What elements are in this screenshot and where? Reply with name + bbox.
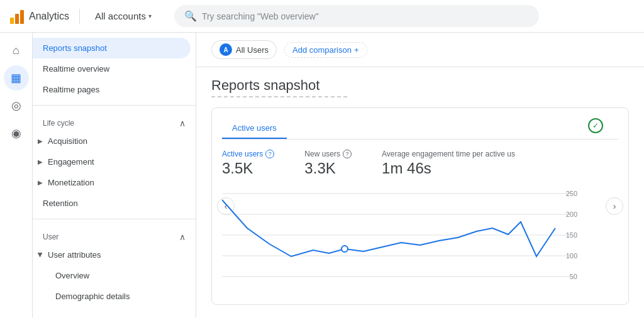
content-header: A All Users Add comparison + [196, 33, 644, 67]
all-users-label: All Users [236, 45, 269, 55]
chart-tab-active-users[interactable]: Active users [222, 118, 287, 139]
user-section-header: User ∧ [33, 224, 196, 244]
sidebar-item-retention[interactable]: Retention [33, 193, 196, 214]
sidebar: Reports snapshot Realtime overview Realt… [33, 33, 196, 318]
collapse-lifecycle-icon[interactable]: ∧ [179, 118, 186, 128]
info-icon: ? [265, 150, 274, 158]
sidebar-item-overview[interactable]: Overview [33, 265, 196, 286]
sidebar-item-engagement[interactable]: ▶ Engagement [33, 151, 196, 172]
info-icon-new: ? [343, 150, 352, 158]
sidebar-divider-2 [33, 219, 196, 219]
sidebar-item-acquisition[interactable]: ▶ Acquisition [33, 131, 196, 151]
metric-value-active: 3.5K [222, 160, 274, 177]
lifecycle-section-header: Life cycle ∧ [33, 111, 196, 131]
check-icon: ✓ [588, 118, 603, 133]
sidebar-item-label: Acquisition [48, 136, 87, 146]
avatar: A [219, 43, 232, 56]
add-comparison-button[interactable]: Add comparison + [284, 42, 367, 58]
app-title: Analytics [29, 11, 69, 22]
search-bar[interactable]: 🔍 Try searching "Web overview" [174, 5, 539, 27]
chart-tabs: Active users [222, 118, 618, 140]
dropdown-arrow-icon: ▾ [148, 13, 152, 19]
plus-icon: + [354, 45, 359, 55]
svg-text:250: 250 [566, 190, 577, 197]
icon-nav: ⌂ ▦ ◎ ◉ [0, 33, 33, 318]
sidebar-item-label: Realtime overview [43, 64, 109, 74]
metric-new-users[interactable]: New users ? 3.3K [304, 150, 352, 177]
header-divider [79, 9, 80, 24]
metric-label-active: Active users ? [222, 150, 274, 158]
chart-card: ‹ › ✓ Active users Active users ? 3.5K [211, 107, 629, 305]
sidebar-item-label: Demographic details [55, 292, 130, 301]
logo-bar-2 [15, 14, 19, 24]
logo-bar-3 [20, 10, 24, 24]
add-comparison-label: Add comparison [292, 45, 352, 55]
nav-explore[interactable]: ◎ [4, 93, 29, 118]
lifecycle-section-label: Life cycle [43, 119, 74, 128]
sidebar-item-label: User attributes [48, 250, 101, 260]
svg-point-5 [341, 246, 348, 252]
chart-container: 250 200 150 100 50 [222, 187, 618, 294]
metric-label-new: New users ? [304, 150, 352, 158]
title-underline [211, 96, 350, 97]
metric-avg-engagement[interactable]: Average engagement time per active us 1m… [382, 150, 515, 177]
logo-bar-1 [10, 18, 14, 24]
svg-text:50: 50 [570, 273, 577, 280]
user-section-label: User [43, 233, 58, 241]
search-placeholder: Try searching "Web overview" [202, 11, 319, 21]
expand-arrow-icon: ▶ [38, 179, 43, 186]
content-body: Reports snapshot ‹ › ✓ Active users Acti… [196, 67, 644, 315]
metrics-row: Active users ? 3.5K New users ? 3.3K [222, 150, 618, 177]
nav-home[interactable]: ⌂ [4, 38, 29, 63]
nav-reports[interactable]: ▦ [4, 65, 29, 90]
content-area: A All Users Add comparison + Reports sna… [196, 33, 644, 318]
metric-active-users[interactable]: Active users ? 3.5K [222, 150, 274, 177]
svg-text:100: 100 [566, 252, 577, 260]
svg-text:200: 200 [566, 211, 577, 218]
metric-value-avg: 1m 46s [382, 160, 515, 177]
sidebar-item-label: Realtime pages [43, 85, 99, 94]
collapse-user-icon[interactable]: ∧ [179, 232, 186, 242]
sidebar-item-monetization[interactable]: ▶ Monetization [33, 172, 196, 193]
account-label: All accounts [95, 11, 146, 21]
page-title: Reports snapshot [211, 77, 629, 94]
logo-icon [10, 9, 24, 24]
main-layout: ⌂ ▦ ◎ ◉ Reports snapshot Realtime overvi… [0, 33, 644, 318]
all-users-badge[interactable]: A All Users [211, 40, 277, 59]
sidebar-item-user-attributes[interactable]: ▶ User attributes [33, 244, 196, 265]
sidebar-divider-1 [33, 105, 196, 106]
logo: Analytics [10, 9, 69, 24]
svg-text:150: 150 [566, 231, 577, 239]
sidebar-item-realtime-pages[interactable]: Realtime pages [33, 79, 196, 100]
expand-arrow-icon: ▶ [38, 138, 43, 145]
sidebar-item-label: Monetization [48, 178, 94, 187]
sidebar-item-label: Engagement [48, 157, 94, 167]
sidebar-item-realtime-overview[interactable]: Realtime overview [33, 58, 196, 79]
nav-advertising[interactable]: ◉ [4, 121, 29, 146]
expand-arrow-icon: ▶ [38, 158, 43, 165]
account-selector[interactable]: All accounts ▾ [90, 8, 157, 24]
sidebar-item-reports-snapshot[interactable]: Reports snapshot [33, 38, 191, 58]
sidebar-item-label: Overview [55, 271, 89, 280]
metric-value-new: 3.3K [304, 160, 352, 177]
sidebar-item-demographic-details[interactable]: Demographic details [33, 286, 196, 307]
sidebar-item-label: Reports snapshot [43, 43, 107, 53]
sidebar-item-label: Retention [43, 199, 78, 208]
expand-arrow-icon: ▶ [37, 253, 44, 258]
app-header: Analytics All accounts ▾ 🔍 Try searching… [0, 0, 644, 33]
metric-label-avg: Average engagement time per active us [382, 150, 515, 158]
search-icon: 🔍 [184, 10, 197, 22]
line-chart: 250 200 150 100 50 [222, 187, 593, 294]
